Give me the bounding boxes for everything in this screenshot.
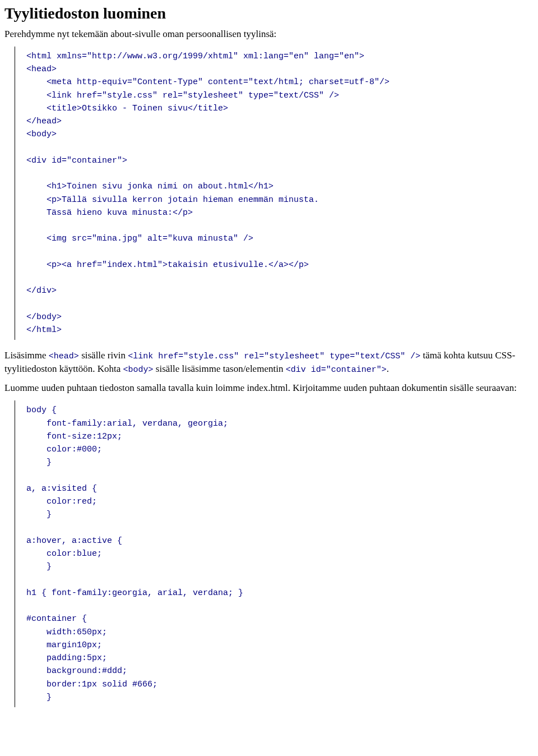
inline-code-link: <link href="style.css" rel="stylesheet" … — [128, 352, 420, 361]
page-title: Tyylitiedoston luominen — [4, 0, 534, 24]
explanation-paragraph: Lisäsimme <head> sisälle rivin <link hre… — [4, 349, 534, 376]
intro-paragraph: Perehdymme nyt tekemään about-sivulle om… — [4, 27, 534, 41]
inline-code-body: <body> — [123, 365, 154, 375]
text: Lisäsimme — [4, 350, 49, 361]
inline-code-head: <head> — [49, 352, 79, 361]
code-block-html: <html xmlns="http://www.w3.org/1999/xhtm… — [15, 47, 534, 340]
instruction-paragraph: Luomme uuden puhtaan tiedoston samalla t… — [4, 381, 534, 395]
code-block-css: body { font-family:arial, verdana, georg… — [15, 400, 534, 707]
text: . — [387, 363, 389, 374]
inline-code-div: <div id="container"> — [286, 365, 387, 375]
text: sisälle lisäsimme tason/elementin — [154, 363, 286, 374]
text: sisälle rivin — [79, 350, 128, 361]
